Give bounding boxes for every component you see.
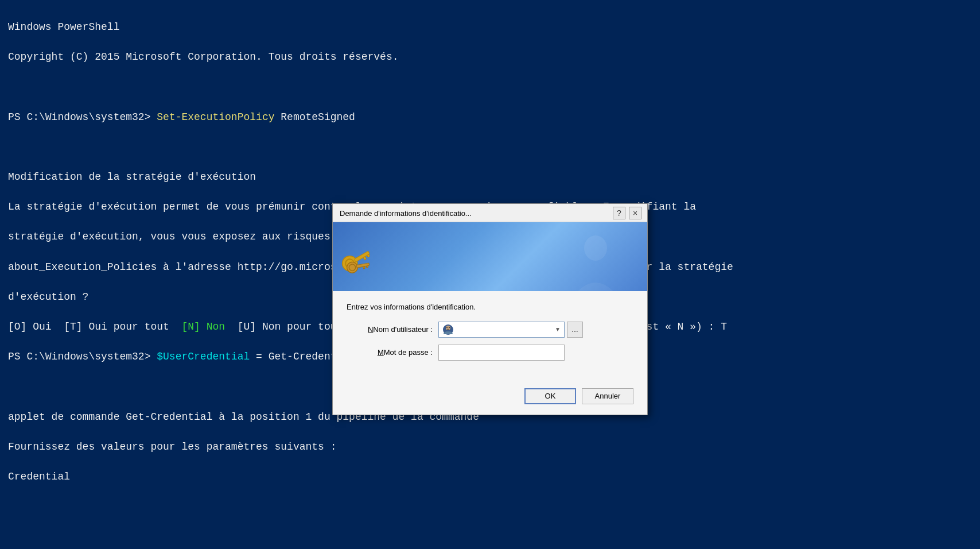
username-select[interactable]: ▼ xyxy=(438,322,565,338)
credential-dialog: Demande d'informations d'identificatio..… xyxy=(332,203,648,415)
terminal-line-opts: [O] Oui [T] Oui pour tout xyxy=(8,321,181,333)
browse-icon: … xyxy=(571,326,578,334)
close-button[interactable]: × xyxy=(629,207,641,219)
svg-rect-8 xyxy=(363,266,365,268)
terminal-line-fournissez: Fournissez des valeurs pour les paramètr… xyxy=(8,441,337,453)
browse-button[interactable]: … xyxy=(567,322,583,338)
dialog-titlebar: Demande d'informations d'identificatio..… xyxy=(333,204,647,222)
terminal-line-1: Windows PowerShell xyxy=(8,21,119,33)
svg-rect-3 xyxy=(363,256,367,260)
keys-icon xyxy=(339,243,382,288)
username-row: NNom d'utilisateur : xyxy=(347,322,633,338)
cancel-button[interactable]: Annuler xyxy=(582,388,633,404)
password-row: MMot de passe : xyxy=(347,345,633,361)
username-input-wrapper: ▼ … xyxy=(438,322,583,338)
svg-point-14 xyxy=(449,327,450,328)
password-input[interactable] xyxy=(438,345,565,361)
terminal-line-credential: Credential xyxy=(8,471,70,482)
help-button[interactable]: ? xyxy=(613,207,625,219)
svg-point-10 xyxy=(584,235,607,261)
terminal-line-2: Copyright (C) 2015 Microsoft Corporation… xyxy=(8,51,399,63)
ok-button[interactable]: OK xyxy=(524,388,576,404)
dialog-title: Demande d'informations d'identificatio..… xyxy=(340,209,472,218)
terminal-line-exec: d'exécution ? xyxy=(8,291,88,303)
password-input-wrapper xyxy=(438,345,565,361)
terminal-opt-n: [N] Non xyxy=(181,321,225,333)
dialog-title-buttons: ? × xyxy=(613,207,641,219)
terminal-line-mod: Modification de la stratégie d'exécution xyxy=(8,171,256,183)
username-select-content xyxy=(442,324,454,335)
dialog-body: Entrez vos informations d'identification… xyxy=(333,291,647,381)
svg-point-13 xyxy=(446,327,448,328)
svg-rect-9 xyxy=(366,265,368,267)
dialog-instruction: Entrez vos informations d'identification… xyxy=(347,303,633,311)
user-avatar-icon xyxy=(442,324,454,335)
terminal-cmd-1: Set-ExecutionPolicy xyxy=(157,111,274,123)
terminal-prompt-2: PS C:\Windows\system32> xyxy=(8,351,157,362)
username-label: NNom d'utilisateur : xyxy=(347,325,438,334)
dialog-footer: OK Annuler xyxy=(333,381,647,415)
terminal-var: $UserCredential xyxy=(157,351,250,362)
terminal-cmd-1-rest: RemoteSigned xyxy=(274,111,355,123)
banner-figure xyxy=(561,234,630,291)
username-dropdown-arrow: ▼ xyxy=(555,326,561,333)
terminal-prompt-1: PS C:\Windows\system32> xyxy=(8,111,157,123)
dialog-banner xyxy=(333,222,647,291)
password-label: MMot de passe : xyxy=(347,348,438,357)
